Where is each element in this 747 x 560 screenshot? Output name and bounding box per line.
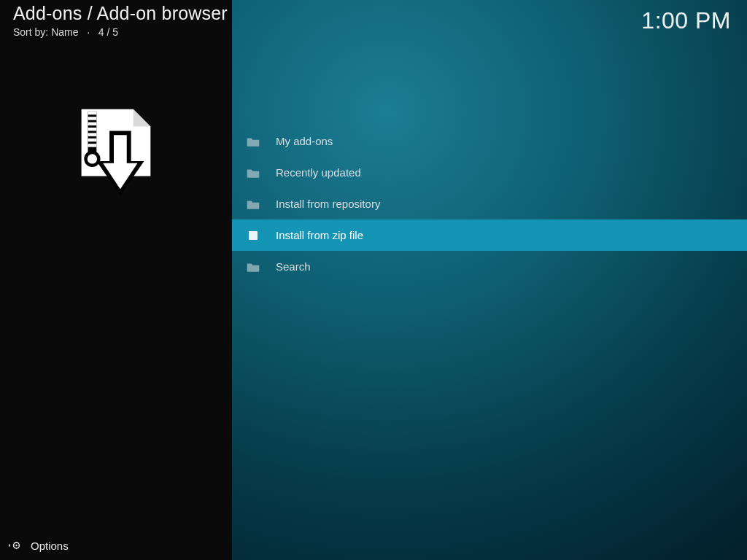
clock: 1:00 PM [641,7,731,34]
list-item-recently-updated[interactable]: Recently updated [232,157,747,188]
svg-rect-2 [88,117,96,120]
svg-rect-7 [88,144,96,147]
file-icon [247,231,260,240]
folder-icon [247,168,260,178]
list-item-install-from-repository[interactable]: Install from repository [232,188,747,219]
svg-point-8 [86,152,99,166]
addon-list: My add-ons Recently updated Install from… [232,125,747,282]
list-item-my-addons[interactable]: My add-ons [232,125,747,157]
svg-rect-6 [88,139,96,141]
svg-rect-3 [88,122,96,125]
list-item-label: Install from zip file [276,229,363,241]
header: Add-ons / Add-on browser Sort by: Name ·… [13,3,228,38]
install-zip-icon [60,101,168,209]
sort-label: Sort by: Name [13,26,78,38]
list-item-label: My add-ons [276,135,333,147]
folder-icon [247,199,260,209]
folder-icon [247,136,260,147]
main-panel: 1:00 PM My add-ons Recently updated Inst… [232,0,747,560]
svg-rect-1 [88,112,96,114]
list-item-search[interactable]: Search [232,251,747,282]
svg-point-10 [15,545,17,546]
list-item-install-from-zip[interactable]: Install from zip file [232,219,747,251]
list-item-label: Recently updated [276,166,361,179]
svg-rect-4 [88,128,96,131]
list-item-label: Search [276,260,311,273]
breadcrumb: Add-ons / Add-on browser [13,3,228,24]
options-button[interactable]: Options [0,531,232,560]
list-position: 4 / 5 [98,26,118,38]
sidebar: Add-ons / Add-on browser Sort by: Name ·… [0,0,232,560]
list-item-label: Install from repository [276,198,380,210]
folder-icon [247,262,260,272]
options-label: Options [31,540,69,552]
sort-line: Sort by: Name · 4 / 5 [13,26,228,38]
sort-separator: · [81,26,95,38]
svg-rect-5 [88,133,96,136]
options-icon [9,540,22,551]
